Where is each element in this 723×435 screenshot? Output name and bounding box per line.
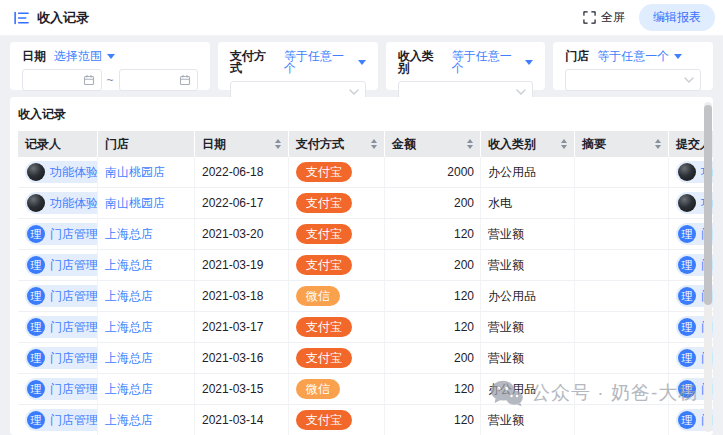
- avatar: 理: [678, 349, 696, 367]
- cell-text: 水电: [488, 195, 512, 212]
- payment-badge: 支付宝: [296, 410, 352, 430]
- cell-text: 2022-06-18: [202, 165, 263, 179]
- filter-store-label: 门店: [565, 50, 589, 62]
- table-row: 理门店管理上海总店2021-03-20支付宝120营业额理门店管理: [18, 219, 713, 250]
- store-link[interactable]: 上海总店: [105, 412, 153, 429]
- cell-recorder: 理门店管理: [18, 219, 98, 250]
- filter-income-category: 收入类别 等于任意一个: [386, 42, 546, 90]
- cell-category: 办公用品: [481, 281, 575, 312]
- column-header-label: 日期: [202, 136, 226, 153]
- store-link[interactable]: 上海总店: [105, 288, 153, 305]
- table-body: 功能体验南山桃园店2022-06-18支付宝2000办公用品功能体验功能体验南山…: [18, 157, 713, 435]
- chevron-down-icon: [684, 77, 694, 83]
- cell-text: 120: [454, 320, 474, 334]
- cell-date: 2021-03-15: [195, 374, 289, 405]
- column-header-summary[interactable]: 摘要: [575, 131, 669, 157]
- vertical-scrollbar[interactable]: [704, 102, 712, 432]
- cell-store: 上海总店: [98, 250, 195, 281]
- cell-summary: [575, 219, 669, 250]
- filter-date-condition[interactable]: 选择范围: [54, 50, 115, 62]
- menu-collapse-icon[interactable]: [14, 11, 29, 25]
- cell-store: 上海总店: [98, 343, 195, 374]
- store-link[interactable]: 上海总店: [105, 350, 153, 367]
- table-row: 理门店管理上海总店2021-03-16支付宝200营业额理门店管理: [18, 343, 713, 374]
- cell-store: 南山桃园店: [98, 157, 195, 188]
- scrollbar-thumb[interactable]: [704, 105, 712, 305]
- member-pill: 理门店管理: [25, 409, 98, 431]
- cell-store: 上海总店: [98, 405, 195, 435]
- member-pill: 理门店管理: [25, 378, 98, 400]
- cell-amount: 2000: [385, 157, 481, 188]
- store-link[interactable]: 上海总店: [105, 257, 153, 274]
- member-name: 门店管理: [50, 381, 98, 398]
- filter-category-condition[interactable]: 等于任意一个: [452, 50, 534, 74]
- cell-date: 2021-03-14: [195, 405, 289, 435]
- cell-amount: 200: [385, 250, 481, 281]
- table-row: 理门店管理上海总店2021-03-17支付宝120营业额理门店管理: [18, 312, 713, 343]
- column-header-date[interactable]: 日期: [195, 131, 289, 157]
- cell-payment: 支付宝: [289, 188, 385, 219]
- sort-icon[interactable]: [467, 139, 473, 149]
- store-link[interactable]: 上海总店: [105, 381, 153, 398]
- member-pill: 理门店管理: [25, 285, 98, 307]
- cell-store: 上海总店: [98, 374, 195, 405]
- cell-payment: 微信: [289, 374, 385, 405]
- payment-badge: 支付宝: [296, 224, 352, 244]
- date-start-input[interactable]: [22, 69, 102, 91]
- member-name: 门店管理: [50, 257, 98, 274]
- filter-payment-condition[interactable]: 等于任意一个: [284, 50, 366, 74]
- calendar-icon: [83, 74, 95, 86]
- sort-icon[interactable]: [275, 139, 281, 149]
- cell-date: 2022-06-17: [195, 188, 289, 219]
- cell-store: 上海总店: [98, 312, 195, 343]
- cell-text: 办公用品: [488, 288, 536, 305]
- payment-badge: 微信: [296, 286, 340, 306]
- cell-text: 200: [454, 351, 474, 365]
- store-select[interactable]: [565, 69, 701, 91]
- avatar: 理: [27, 349, 45, 367]
- column-header-amount[interactable]: 金额: [385, 131, 481, 157]
- filter-date: 日期 选择范围 ~: [10, 42, 210, 90]
- filter-payment-label: 支付方式: [230, 50, 276, 74]
- cell-text: 营业额: [488, 350, 524, 367]
- store-link[interactable]: 南山桃园店: [105, 164, 165, 181]
- cell-text: 2022-06-17: [202, 196, 263, 210]
- cell-text: 2021-03-20: [202, 227, 263, 241]
- date-end-input[interactable]: [119, 69, 199, 91]
- sort-icon[interactable]: [655, 139, 661, 149]
- filter-category-label: 收入类别: [398, 50, 444, 74]
- cell-text: 120: [454, 413, 474, 427]
- fullscreen-button[interactable]: 全屏: [583, 9, 625, 26]
- cell-payment: 支付宝: [289, 405, 385, 435]
- column-header-category[interactable]: 收入类别: [481, 131, 575, 157]
- store-link[interactable]: 上海总店: [105, 226, 153, 243]
- avatar: [678, 194, 696, 212]
- cell-payment: 支付宝: [289, 343, 385, 374]
- cell-amount: 200: [385, 343, 481, 374]
- cell-recorder: 理门店管理: [18, 312, 98, 343]
- sort-icon[interactable]: [561, 139, 567, 149]
- caret-down-icon: [358, 60, 366, 65]
- cell-category: 营业额: [481, 250, 575, 281]
- cell-amount: 120: [385, 281, 481, 312]
- chevron-down-icon: [349, 89, 359, 95]
- caret-down-icon: [107, 54, 115, 59]
- filter-payment-method: 支付方式 等于任意一个: [218, 42, 378, 90]
- column-header-payment[interactable]: 支付方式: [289, 131, 385, 157]
- avatar: 理: [678, 411, 696, 429]
- member-pill: 理门店管理: [25, 347, 98, 369]
- member-name: 功能体验: [50, 164, 98, 181]
- avatar: 理: [27, 411, 45, 429]
- store-link[interactable]: 南山桃园店: [105, 195, 165, 212]
- edit-report-button[interactable]: 编辑报表: [639, 4, 715, 31]
- cell-amount: 120: [385, 405, 481, 435]
- calendar-icon: [179, 74, 191, 86]
- cell-amount: 120: [385, 374, 481, 405]
- sort-icon[interactable]: [371, 139, 377, 149]
- table-row: 功能体验南山桃园店2022-06-17支付宝200水电功能体验: [18, 188, 713, 219]
- filter-store-condition[interactable]: 等于任意一个: [597, 50, 682, 62]
- store-link[interactable]: 上海总店: [105, 319, 153, 336]
- cell-category: 办公用品: [481, 374, 575, 405]
- cell-summary: [575, 157, 669, 188]
- column-header-recorder: 记录人: [18, 131, 98, 157]
